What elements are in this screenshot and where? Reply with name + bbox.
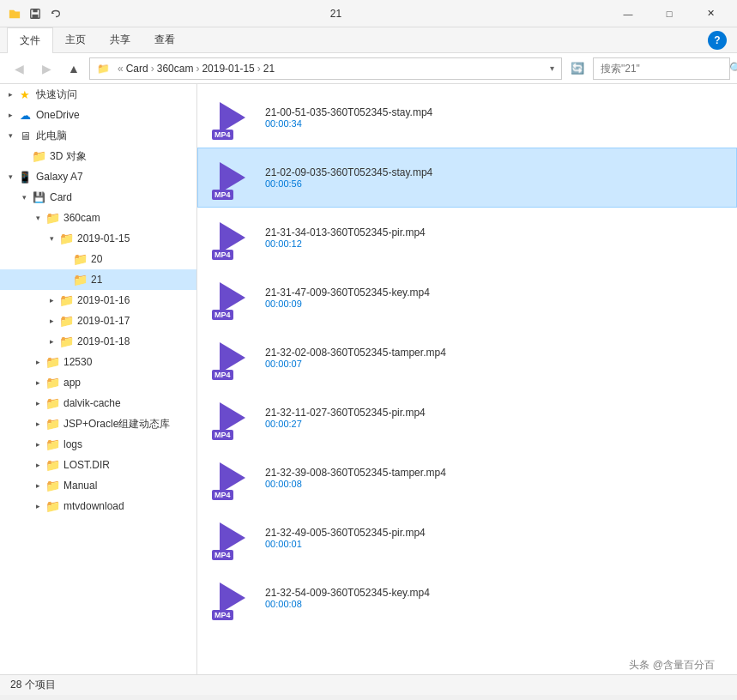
maximize-button[interactable]: □ (649, 0, 689, 27)
save-icon[interactable] (27, 6, 43, 21)
tab-home[interactable]: 主页 (53, 27, 98, 52)
sidebar-item-lost-dir[interactable]: 📁LOST.DIR (0, 455, 196, 475)
tree-item-icon: 📁 (45, 395, 60, 411)
search-input[interactable] (601, 63, 729, 75)
folder-icon (7, 6, 22, 21)
file-item[interactable]: MP421-32-02-008-360T052345-tamper.mp400:… (197, 328, 737, 388)
file-item[interactable]: MP421-31-34-013-360T052345-pir.mp400:00:… (197, 208, 737, 268)
tree-item-label: 2019-01-15 (77, 232, 130, 244)
tab-share[interactable]: 共享 (98, 27, 142, 52)
chevron-expanded-icon (3, 170, 17, 184)
mp4-badge: MP4 (212, 550, 233, 560)
chevron-collapsed-icon (45, 293, 58, 307)
sidebar-item-manual[interactable]: 📁Manual (0, 475, 196, 496)
minimize-button[interactable]: — (608, 0, 648, 27)
addr-date[interactable]: 2019-01-15 (202, 63, 254, 75)
file-info: 21-32-49-005-360T052345-pir.mp400:00:01 (265, 527, 726, 549)
sidebar-item-12530[interactable]: 📁12530 (0, 352, 196, 372)
back-button[interactable]: ◀ (7, 57, 31, 81)
mp4-badge: MP4 (212, 310, 233, 320)
file-name: 21-00-51-035-360T052345-stay.mp4 (265, 106, 726, 118)
sidebar-item-logs[interactable]: 📁logs (0, 434, 196, 455)
sidebar-item-app[interactable]: 📁app (0, 372, 196, 393)
file-item[interactable]: MP421-32-49-005-360T052345-pir.mp400:00:… (197, 508, 737, 568)
addr-21[interactable]: 21 (263, 63, 275, 75)
sidebar-item-360cam[interactable]: 📁360cam (0, 208, 196, 228)
play-icon (220, 342, 245, 373)
mp4-badge: MP4 (212, 190, 233, 200)
file-item[interactable]: MP421-02-09-035-360T052345-stay.mp400:00… (197, 148, 737, 208)
tree-item-label: 3D 对象 (50, 149, 87, 164)
sidebar-item-21[interactable]: 📁21 (0, 269, 196, 290)
file-item[interactable]: MP421-31-47-009-360T052345-key.mp400:00:… (197, 268, 737, 328)
title-bar: 21 — □ ✕ (0, 0, 737, 27)
file-name: 21-31-47-009-360T052345-key.mp4 (265, 287, 726, 299)
sidebar-item-mtvdownload[interactable]: 📁mtvdownload (0, 496, 196, 516)
tree-item-icon: ☁ (17, 107, 33, 123)
tree-item-label: dalvik-cache (63, 397, 121, 409)
tree-item-label: Card (50, 191, 72, 203)
tree-item-icon: 📁 (45, 416, 60, 431)
file-item[interactable]: MP421-32-39-008-360T052345-tamper.mp400:… (197, 448, 737, 508)
status-count: 28 个项目 (10, 678, 56, 692)
forward-button[interactable]: ▶ (34, 57, 58, 81)
chevron-expanded-icon (3, 129, 17, 142)
sidebar-item-card[interactable]: 💾Card (0, 187, 196, 208)
chevron-collapsed-icon (31, 458, 45, 472)
window-title: 21 (63, 8, 608, 20)
tree-item-label: app (63, 377, 81, 389)
sidebar: ★快速访问☁OneDrive🖥此电脑📁3D 对象📱Galaxy A7💾Card📁… (0, 84, 197, 674)
up-button[interactable]: ▲ (62, 57, 86, 81)
file-list: MP421-00-51-035-360T052345-stay.mp400:00… (197, 84, 737, 674)
sidebar-item-20[interactable]: 📁20 (0, 249, 196, 269)
sidebar-item-dalvik-cache[interactable]: 📁dalvik-cache (0, 393, 196, 413)
file-name: 21-02-09-035-360T052345-stay.mp4 (265, 166, 726, 178)
file-thumbnail: MP4 (208, 454, 257, 502)
file-item[interactable]: MP421-32-11-027-360T052345-pir.mp400:00:… (197, 388, 737, 448)
file-thumbnail: MP4 (208, 514, 257, 562)
sidebar-item-quick-access[interactable]: ★快速访问 (0, 84, 196, 105)
close-button[interactable]: ✕ (691, 0, 730, 27)
sidebar-item-2019-01-15[interactable]: 📁2019-01-15 (0, 228, 196, 249)
tree-item-label: 21 (91, 274, 102, 286)
tree-item-icon: 📁 (45, 478, 60, 493)
address-bar[interactable]: 📁 « Card › 360cam › 2019-01-15 › 21 ▾ (89, 57, 562, 80)
play-icon (220, 462, 245, 493)
sidebar-item-jsp-oracle[interactable]: 📁JSP+Oracle组建动态库 (0, 413, 196, 434)
nav-bar: ◀ ▶ ▲ 📁 « Card › 360cam › 2019-01-15 › 2… (0, 53, 737, 84)
tree-item-icon: 📁 (72, 272, 88, 287)
mp4-badge: MP4 (212, 430, 233, 440)
sidebar-item-3d-objects[interactable]: 📁3D 对象 (0, 146, 196, 166)
addr-card[interactable]: Card (126, 63, 148, 75)
undo-icon[interactable] (48, 6, 63, 21)
search-bar[interactable]: 🔍 (593, 57, 730, 80)
file-name: 21-32-11-027-360T052345-pir.mp4 (265, 407, 726, 419)
sidebar-item-2019-01-17[interactable]: 📁2019-01-17 (0, 311, 196, 331)
file-info: 21-32-39-008-360T052345-tamper.mp400:00:… (265, 467, 726, 489)
file-info: 21-32-11-027-360T052345-pir.mp400:00:27 (265, 407, 726, 429)
tree-item-label: Manual (63, 480, 97, 492)
chevron-expanded-icon (31, 211, 45, 225)
addr-chevron[interactable]: ▾ (550, 63, 554, 73)
tree-item-label: 360cam (63, 212, 100, 224)
sidebar-item-2019-01-16[interactable]: 📁2019-01-16 (0, 290, 196, 311)
tab-file[interactable]: 文件 (7, 27, 53, 53)
tree-item-icon: 📁 (58, 313, 74, 329)
tree-item-icon: 📁 (45, 354, 60, 370)
play-icon (220, 522, 245, 553)
help-button[interactable]: ? (708, 31, 727, 50)
addr-360cam[interactable]: 360cam (157, 63, 194, 75)
play-icon (220, 402, 245, 433)
sidebar-item-onedrive[interactable]: ☁OneDrive (0, 105, 196, 125)
sidebar-item-2019-01-18[interactable]: 📁2019-01-18 (0, 331, 196, 352)
tree-item-icon: 📁 (45, 437, 60, 452)
file-item[interactable]: MP421-32-54-009-360T052345-key.mp400:00:… (197, 568, 737, 628)
tab-view[interactable]: 查看 (142, 27, 187, 52)
sidebar-item-this-pc[interactable]: 🖥此电脑 (0, 125, 196, 146)
file-item[interactable]: MP421-00-51-035-360T052345-stay.mp400:00… (197, 88, 737, 148)
sidebar-item-galaxy-a7[interactable]: 📱Galaxy A7 (0, 166, 196, 187)
search-icon: 🔍 (729, 62, 737, 75)
refresh-button[interactable]: 🔄 (565, 57, 589, 81)
file-duration: 00:00:34 (265, 118, 726, 129)
play-icon (220, 282, 245, 313)
